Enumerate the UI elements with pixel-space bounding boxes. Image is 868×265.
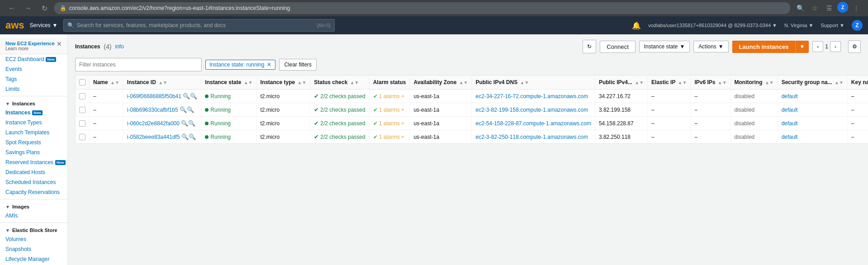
instances-tbody: – i-069f06686885f50b41 🔍🔍 Running t2.mic… [76, 90, 868, 144]
dns-link-0[interactable]: ec2-34-227-16-72.compute-1.amazonaws.com [475, 93, 588, 99]
connect-button[interactable]: Connect [600, 41, 635, 53]
sidebar-item-instance-types[interactable]: Instance Types [0, 118, 67, 128]
refresh-icon: ↻ [587, 43, 592, 50]
sidebar-item-reserved-instances[interactable]: Reserved Instances New [0, 157, 67, 167]
alarm-tag-3[interactable]: ✔ 1 alarms + [373, 134, 404, 140]
sg-link-1[interactable]: default [782, 107, 798, 113]
back-button[interactable]: ← [5, 2, 18, 14]
active-filter-tag[interactable]: Instance state: running ✕ [205, 60, 275, 70]
row-select-1[interactable] [79, 107, 85, 113]
running-dot-1 [205, 108, 209, 112]
row-type-0: t2.micro [256, 90, 310, 103]
dns-link-2[interactable]: ec2-54-158-228-87.compute-1.amazonaws.co… [475, 120, 591, 127]
support-menu[interactable]: Support ▼ [821, 23, 844, 28]
dns-link-1[interactable]: ec2-3-82-199-158.compute-1.amazonaws.com [475, 107, 588, 113]
bookmark-btn[interactable]: ☆ [808, 2, 821, 14]
row-key-3: – [847, 130, 868, 144]
sidebar-item-launch-templates[interactable]: Launch Templates [0, 128, 67, 137]
search-browser-btn[interactable]: 🔍 [794, 2, 806, 14]
row-select-0[interactable] [79, 93, 85, 99]
instance-state-dropdown[interactable]: Instance state ▼ [639, 41, 690, 52]
sidebar-label-launch-templates: Launch Templates [5, 129, 49, 136]
services-button[interactable]: Services ▼ [30, 22, 58, 28]
address-bar[interactable]: 🔒 console.aws.amazon.com/ec2/v2/home?reg… [54, 2, 790, 14]
new-experience-title[interactable]: New EC2 Experience [5, 41, 55, 46]
alarm-tag-1[interactable]: ✔ 1 alarms + [373, 107, 404, 113]
sg-link-3[interactable]: default [782, 134, 798, 140]
col-name: Name ▲▼ [90, 76, 123, 90]
clear-filters-button[interactable]: Clear filters [279, 59, 317, 71]
row-name-0: – [90, 90, 123, 103]
select-all-checkbox[interactable] [79, 79, 85, 85]
aws-nav-right: 🔔 vodlabs/user1335817+8610329044 @ 8299-… [632, 20, 863, 31]
sidebar-item-volumes[interactable]: Volumes [0, 234, 67, 244]
instance-id-link-0[interactable]: i-069f06686885f50b41 [127, 93, 181, 99]
sidebar-item-spot-requests[interactable]: Spot Requests [0, 137, 67, 147]
new-experience-subtitle[interactable]: Learn more [5, 46, 55, 51]
row-dns-1: ec2-3-82-199-158.compute-1.amazonaws.com [472, 103, 595, 117]
region-selector[interactable]: N. Virginia ▼ [784, 23, 814, 28]
running-dot-3 [205, 135, 209, 139]
row-checkbox-1[interactable] [76, 103, 90, 117]
aws-search-bar[interactable]: 🔍 Search for services, features, marketp… [63, 19, 335, 32]
refresh-button[interactable]: ↻ [583, 40, 596, 53]
row-alarm-2[interactable]: ✔ 1 alarms + [369, 117, 410, 130]
prev-page-button[interactable]: ‹ [812, 41, 823, 52]
filter-remove-icon[interactable]: ✕ [267, 62, 271, 68]
row-alarm-1[interactable]: ✔ 1 alarms + [369, 103, 410, 117]
row-checkbox-2[interactable] [76, 117, 90, 130]
sidebar-item-tags[interactable]: Tags [0, 74, 67, 84]
sidebar-item-instances[interactable]: Instances New [0, 108, 67, 118]
user-info[interactable]: vodlabs/user1335817+8610329044 @ 8299-03… [648, 23, 777, 28]
sidebar-label-tags: Tags [5, 76, 17, 82]
services-label: Services [30, 22, 51, 28]
sidebar-item-dedicated-hosts[interactable]: Dedicated Hosts [0, 167, 67, 177]
sidebar-item-ec2-dashboard[interactable]: EC2 Dashboard New [0, 54, 67, 64]
row-select-3[interactable] [79, 134, 85, 140]
row-alarm-0[interactable]: ✔ 1 alarms + [369, 90, 410, 103]
table-settings-button[interactable]: ⚙ [848, 40, 861, 53]
row-checkbox-0[interactable] [76, 90, 90, 103]
sidebar-item-events[interactable]: Events [0, 64, 67, 74]
sidebar-item-scheduled-instances[interactable]: Scheduled Instances [0, 177, 67, 187]
reload-button[interactable]: ↻ [38, 2, 51, 14]
next-page-button[interactable]: › [830, 41, 841, 52]
new-badge-reserved: New [55, 160, 65, 165]
instance-id-link-3[interactable]: i-0582beee83a441df5 [127, 134, 180, 140]
row-select-2[interactable] [79, 120, 85, 127]
section-ebs[interactable]: ▼ Elastic Block Store [0, 225, 67, 234]
history-btn[interactable]: ☰ [823, 2, 835, 14]
sidebar-item-savings-plans[interactable]: Savings Plans [0, 147, 67, 157]
alarm-tag-0[interactable]: ✔ 1 alarms + [373, 93, 404, 99]
alarm-tag-2[interactable]: ✔ 1 alarms + [373, 120, 404, 127]
section-instances[interactable]: ▼ Instances [0, 98, 67, 108]
sidebar-item-amis[interactable]: AMIs [0, 211, 67, 221]
sidebar-label-volumes: Volumes [5, 236, 26, 242]
sidebar-item-limits[interactable]: Limits [0, 84, 67, 94]
filter-search-input[interactable] [75, 58, 202, 71]
dns-link-3[interactable]: ec2-3-82-250-118.compute-1.amazonaws.com [475, 134, 588, 140]
sidebar-item-snapshots[interactable]: Snapshots [0, 244, 67, 254]
sg-link-0[interactable]: default [782, 93, 798, 99]
menu-btn[interactable]: ⋮ [850, 2, 863, 14]
sidebar-item-capacity-reservations[interactable]: Capacity Reservations [0, 187, 67, 197]
instance-id-link-1[interactable]: i-08b696330cafbf1b5 [127, 107, 178, 113]
row-public-ip-2: 54.158.228.87 [595, 117, 647, 130]
instance-id-link-2[interactable]: i-060c2d2e8842fa000 [127, 120, 180, 127]
row-state-1: Running [201, 103, 256, 117]
sidebar-item-lifecycle-manager[interactable]: Lifecycle Manager [0, 254, 67, 264]
section-images[interactable]: ▼ Images [0, 201, 67, 211]
forward-button[interactable]: → [22, 2, 34, 14]
close-banner-button[interactable]: ✕ [57, 41, 62, 47]
actions-dropdown[interactable]: Actions ▼ [693, 41, 728, 52]
user-avatar: Z [852, 20, 863, 31]
info-link[interactable]: info [115, 43, 123, 50]
row-checkbox-3[interactable] [76, 130, 90, 144]
launch-instances-button[interactable]: Launch instances [732, 41, 796, 53]
row-alarm-3[interactable]: ✔ 1 alarms + [369, 130, 410, 144]
sg-link-2[interactable]: default [782, 120, 798, 127]
row-ipv6-2: – [691, 117, 730, 130]
filter-tag-text: Instance state: running [209, 62, 264, 68]
page-number: 1 [825, 43, 828, 50]
launch-instances-dropdown[interactable]: ▼ [795, 41, 809, 53]
